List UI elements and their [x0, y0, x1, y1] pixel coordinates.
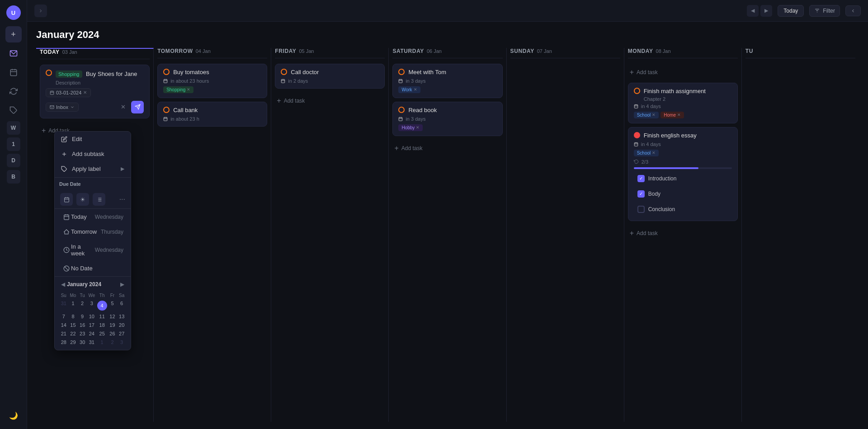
add-task-friday[interactable]: + Add task [275, 94, 385, 108]
inbox-badge[interactable]: Inbox [46, 103, 79, 112]
task-call-doctor[interactable]: Call doctor in 2 days [275, 64, 385, 89]
cal-day[interactable]: 22 [69, 330, 78, 338]
subtask-check[interactable]: ✓ [637, 175, 645, 182]
cal-day[interactable]: 20 [117, 321, 126, 329]
today-highlight[interactable]: 4 [97, 301, 107, 311]
cal-day[interactable]: 17 [87, 321, 96, 329]
tag-x[interactable]: ✕ [677, 113, 681, 117]
task-call-bank[interactable]: Call bank in about 23 h [157, 102, 267, 127]
task-buy-shoes[interactable]: Shopping Buy Shoes for Jane Description … [40, 65, 150, 118]
cal-day[interactable]: 15 [69, 321, 78, 329]
cal-day[interactable]: 8 [69, 312, 78, 321]
date-option-today[interactable]: Today Wednesday [57, 210, 129, 224]
add-task-monday[interactable]: + Add task [628, 226, 738, 240]
due-date-more[interactable]: ··· [119, 195, 125, 203]
filter-button[interactable]: Filter [809, 5, 840, 17]
send-button[interactable] [131, 101, 144, 113]
date-option-none[interactable]: No Date [57, 261, 129, 275]
cal-day[interactable]: 6 [117, 299, 126, 312]
task-read-book[interactable]: Read book in 3 days Hobby ✕ [392, 102, 502, 136]
cal-day[interactable]: 3 [87, 299, 96, 312]
date-icon-list[interactable] [93, 193, 105, 206]
cal-day[interactable]: 24 [87, 330, 96, 338]
cal-day[interactable]: 2 [108, 338, 117, 346]
sidebar-letter-1[interactable]: 1 [7, 137, 20, 151]
svg-rect-36 [634, 105, 638, 108]
cal-day[interactable]: 1 [69, 299, 78, 312]
cal-day[interactable]: 7 [59, 312, 68, 321]
add-task-monday-top[interactable]: + Add task [628, 66, 738, 79]
task-finish-english[interactable]: Finish english essay in 4 days School ✕ … [628, 127, 738, 221]
subtask-introduction[interactable]: ✓ Introduction [634, 172, 732, 185]
cal-day[interactable]: 31 [59, 299, 68, 312]
remove-date-button[interactable]: ✕ [83, 90, 87, 95]
context-menu-subtask[interactable]: Add subtask [55, 146, 131, 161]
cal-day[interactable]: 1 [97, 338, 108, 346]
sidebar-letter-d[interactable]: D [7, 154, 20, 167]
cal-day[interactable]: 31 [87, 338, 96, 346]
clear-button[interactable]: ✕ [117, 101, 129, 113]
add-button[interactable]: + [5, 26, 22, 42]
task-finish-math[interactable]: Finish math assignment Chapter 2 in 4 da… [628, 83, 738, 123]
cal-day[interactable]: 2 [78, 299, 87, 312]
cal-day[interactable]: 13 [117, 312, 126, 321]
task-meet-tom[interactable]: Meet with Tom in 3 days Work ✕ [392, 64, 502, 98]
tag-x[interactable]: ✕ [416, 125, 420, 130]
prev-arrow[interactable]: ◀ [747, 5, 759, 17]
subtask-body[interactable]: ✓ Body [634, 187, 732, 201]
subtask-check[interactable] [637, 206, 645, 213]
cal-day[interactable]: 30 [78, 338, 87, 346]
subtask-conclusion[interactable]: Conclusion [634, 203, 732, 216]
today-button[interactable]: Today [778, 5, 804, 17]
context-menu-label[interactable]: Apply label ▶ [55, 161, 131, 176]
cal-day[interactable]: 9 [78, 312, 87, 321]
date-icon-calendar[interactable] [60, 193, 73, 206]
subtask-check[interactable]: ✓ [637, 190, 645, 198]
context-menu-edit[interactable]: Edit [55, 132, 131, 146]
avatar[interactable]: U [6, 5, 21, 20]
cal-day[interactable]: 5 [108, 299, 117, 312]
sidebar-icon-inbox[interactable] [5, 45, 22, 61]
cal-day[interactable]: 27 [117, 330, 126, 338]
cal-day[interactable]: 29 [69, 338, 78, 346]
task-date-badge[interactable]: 03-01-2024 ✕ [46, 88, 91, 97]
tag-x[interactable]: ✕ [414, 87, 417, 92]
cal-day[interactable]: 26 [108, 330, 117, 338]
cal-day[interactable]: 12 [108, 312, 117, 321]
task-circle [398, 69, 405, 75]
task-buy-tomatoes[interactable]: Buy tomatoes in about 23 hours Shopping … [157, 64, 267, 98]
tag-x[interactable]: ✕ [652, 151, 656, 155]
mini-cal-next[interactable]: ▶ [118, 280, 126, 288]
cal-day[interactable]: 16 [78, 321, 87, 329]
sidebar-letter-b[interactable]: B [7, 170, 20, 184]
sidebar-letter-w[interactable]: W [7, 121, 20, 135]
date-icon-sun[interactable]: ☀ [76, 193, 89, 206]
day-name-tomorrow: Tomorrow [157, 48, 193, 54]
sidebar-icon-tags[interactable] [5, 102, 22, 118]
tag-x[interactable]: ✕ [187, 87, 190, 92]
cal-day[interactable]: 25 [97, 330, 108, 338]
sidebar-icon-recurring[interactable] [5, 83, 22, 99]
cal-day[interactable]: 28 [59, 338, 68, 346]
cal-day[interactable]: 19 [108, 321, 117, 329]
cal-day-4-today[interactable]: 4 [97, 299, 108, 312]
date-option-week[interactable]: In a week Wednesday [57, 240, 129, 260]
date-option-tomorrow[interactable]: Tomorrow Thursday [57, 225, 129, 239]
cal-day[interactable]: 3 [117, 338, 126, 346]
cal-day[interactable]: 21 [59, 330, 68, 338]
expand-button[interactable] [34, 5, 47, 17]
cal-day[interactable]: 11 [97, 312, 108, 321]
sidebar-icon-calendar[interactable] [5, 64, 22, 80]
next-arrow[interactable]: ▶ [760, 5, 772, 17]
theme-toggle[interactable]: 🌙 [5, 407, 22, 424]
add-task-saturday[interactable]: + Add task [392, 141, 502, 155]
cal-day[interactable]: 10 [87, 312, 96, 321]
plus-icon: + [277, 97, 281, 105]
cal-day[interactable]: 14 [59, 321, 68, 329]
cal-day[interactable]: 23 [78, 330, 87, 338]
mini-cal-prev[interactable]: ◀ [59, 280, 67, 288]
plus-icon: + [394, 144, 398, 152]
cal-day[interactable]: 18 [97, 321, 108, 329]
tag-x[interactable]: ✕ [652, 113, 656, 117]
collapse-button[interactable] [845, 5, 861, 16]
